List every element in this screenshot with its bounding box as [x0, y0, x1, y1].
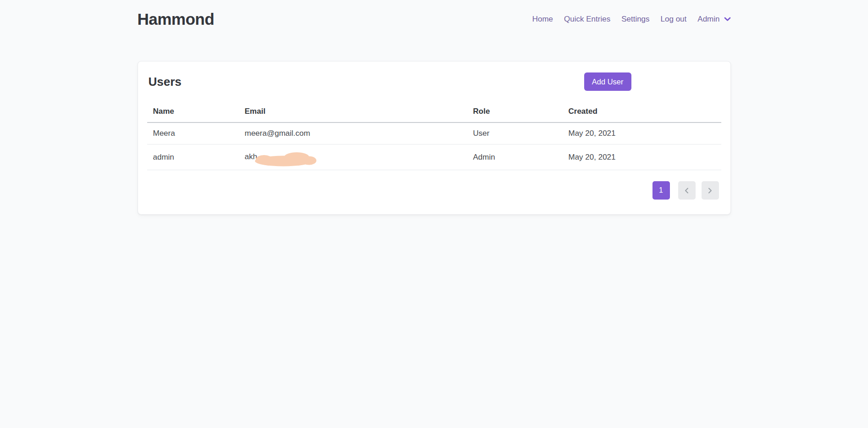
nav-settings[interactable]: Settings [621, 15, 649, 24]
column-header-created: Created [563, 103, 721, 122]
column-header-name: Name [147, 103, 239, 122]
main-content: Users Add User Name Email Role Created [138, 61, 731, 215]
page-1-button[interactable]: 1 [652, 181, 670, 200]
prev-page-button[interactable] [678, 181, 696, 200]
column-header-email: Email [239, 103, 467, 122]
chevron-down-icon [724, 17, 731, 22]
admin-dropdown[interactable]: Admin [697, 15, 730, 24]
table-row: Meera meera@gmail.com User May 20, 2021 [147, 122, 721, 145]
users-table: Name Email Role Created Meera meera@gmai… [147, 103, 721, 170]
card-header: Users Add User [147, 72, 721, 91]
admin-dropdown-label: Admin [697, 15, 719, 24]
chevron-left-icon [685, 188, 689, 194]
cell-email: akh [239, 145, 467, 170]
table-row: admin akh Admin May 20, 2021 [147, 145, 721, 170]
page-title: Users [149, 75, 182, 89]
cell-name: Meera [147, 122, 239, 145]
redaction-scribble [254, 150, 317, 167]
nav-quick-entries[interactable]: Quick Entries [564, 15, 610, 24]
table-header-row: Name Email Role Created [147, 103, 721, 122]
app-logo[interactable]: Hammond [138, 10, 215, 28]
pagination: 1 [147, 181, 721, 200]
add-user-button[interactable]: Add User [584, 72, 631, 91]
cell-role: User [467, 122, 563, 145]
nav-home[interactable]: Home [532, 15, 553, 24]
main-nav: Home Quick Entries Settings Log out Admi… [532, 15, 731, 24]
chevron-right-icon [708, 188, 712, 194]
cell-email: meera@gmail.com [239, 122, 467, 145]
users-card: Users Add User Name Email Role Created [138, 61, 731, 215]
cell-created: May 20, 2021 [563, 122, 721, 145]
nav-logout[interactable]: Log out [661, 15, 687, 24]
cell-name: admin [147, 145, 239, 170]
cell-created: May 20, 2021 [563, 145, 721, 170]
page-container: Hammond Home Quick Entries Settings Log … [138, 0, 731, 215]
next-page-button[interactable] [702, 181, 719, 200]
cell-role: Admin [467, 145, 563, 170]
column-header-role: Role [467, 103, 563, 122]
top-nav: Hammond Home Quick Entries Settings Log … [138, 0, 731, 36]
